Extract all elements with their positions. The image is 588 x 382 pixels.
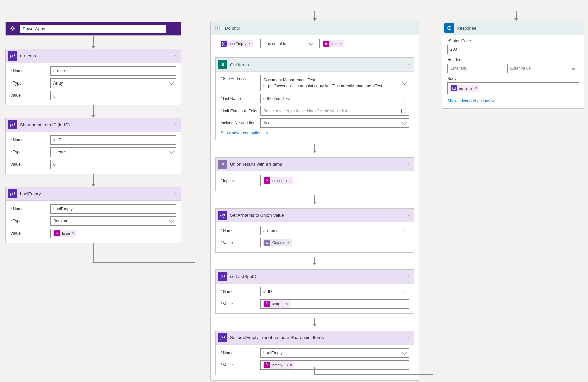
action-menu[interactable]: ··· bbox=[169, 122, 178, 128]
action-menu[interactable]: ··· bbox=[402, 273, 411, 280]
arrow-icon bbox=[91, 36, 96, 49]
value-input[interactable]: fx false × bbox=[50, 229, 176, 238]
show-advanced-link[interactable]: Show advanced options bbox=[221, 130, 267, 135]
outputs-icon bbox=[264, 240, 270, 246]
action-get-items[interactable]: S Get items ··· *Site Address Document M… bbox=[215, 57, 414, 140]
type-select[interactable]: Integer bbox=[50, 147, 176, 157]
field-label: *Value bbox=[221, 240, 260, 245]
expression-pill[interactable]: fx last(...) × bbox=[263, 300, 290, 308]
field-label: *Value bbox=[221, 302, 260, 306]
type-select[interactable]: Array bbox=[50, 78, 176, 88]
field-label: *Type bbox=[10, 150, 50, 154]
remove-icon[interactable]: × bbox=[475, 86, 477, 90]
field-label: *Type bbox=[10, 219, 50, 223]
arrow-icon bbox=[312, 195, 317, 204]
chevron-down-icon bbox=[265, 130, 268, 134]
name-select[interactable]: boolEmpty bbox=[260, 348, 409, 358]
limit-folder-input[interactable]: Select a folder, or leave blank for the … bbox=[260, 106, 409, 116]
field-label: *Name bbox=[10, 69, 50, 73]
expression-pill[interactable]: fx union(...) × bbox=[263, 177, 293, 184]
site-address-select[interactable]: Document Management Test - https://accen… bbox=[260, 75, 409, 91]
fx-icon: fx bbox=[264, 362, 270, 368]
field-label: *Site Address bbox=[221, 75, 260, 81]
name-input[interactable]: boolEmpty bbox=[50, 204, 176, 214]
body-input[interactable]: {x} arrItems × bbox=[447, 82, 579, 94]
powerapps-icon bbox=[8, 24, 17, 33]
remove-icon[interactable]: × bbox=[287, 241, 290, 245]
value-input[interactable]: [] bbox=[50, 91, 176, 100]
name-select[interactable]: intID bbox=[260, 287, 409, 296]
arrow-icon bbox=[312, 11, 317, 21]
name-input[interactable]: intID bbox=[50, 135, 176, 145]
header-value-input[interactable]: Enter value bbox=[508, 64, 568, 73]
remove-icon[interactable]: × bbox=[286, 302, 288, 306]
field-label: Limit Entries to Folder bbox=[221, 109, 260, 113]
connector-line bbox=[314, 367, 315, 374]
action-arritems[interactable]: {x} arrItems ··· *Name arrItems *Type Ar… bbox=[5, 49, 181, 105]
field-label: *Name bbox=[10, 138, 50, 142]
fx-icon: fx bbox=[264, 177, 270, 184]
field-label: Value bbox=[10, 231, 50, 236]
action-boolempty[interactable]: {x} boolEmpty ··· *Name boolEmpty *Type … bbox=[5, 187, 181, 243]
action-set-arritems[interactable]: {x} Set ArrItems to Union Value ··· *Nam… bbox=[215, 208, 414, 253]
variable-icon: {x} bbox=[8, 51, 17, 61]
action-powerapps[interactable]: PowerApps ··· bbox=[5, 22, 181, 36]
action-title: Union results with arrItems bbox=[230, 162, 399, 167]
show-advanced-link[interactable]: Show advanced options bbox=[447, 99, 494, 103]
action-menu[interactable]: ··· bbox=[169, 53, 178, 59]
fx-icon: fx bbox=[323, 41, 329, 47]
action-menu[interactable]: ··· bbox=[402, 62, 411, 68]
variable-pill[interactable]: {x} arrItems × bbox=[450, 85, 479, 92]
remove-icon[interactable]: × bbox=[290, 363, 292, 367]
value-input[interactable]: Outputs × bbox=[260, 238, 409, 247]
powerapps-title: PowerApps bbox=[20, 25, 166, 33]
list-name-select[interactable]: 5000 Item Test bbox=[260, 94, 409, 103]
action-intid[interactable]: {x} Sharepoint Item ID (intID) ··· *Name… bbox=[5, 118, 181, 174]
folder-icon[interactable] bbox=[401, 109, 406, 113]
remove-icon[interactable]: × bbox=[340, 42, 342, 46]
value-input[interactable]: fx empty(...) × bbox=[260, 360, 409, 370]
edit-json-button[interactable] bbox=[569, 64, 579, 73]
condition-operator[interactable]: is equal to bbox=[265, 39, 315, 48]
action-menu[interactable]: ··· bbox=[572, 25, 581, 31]
connector-line bbox=[433, 11, 516, 11]
action-menu[interactable]: ··· bbox=[402, 212, 411, 218]
status-code-input[interactable]: 200 bbox=[447, 45, 579, 54]
field-label: Headers bbox=[447, 57, 579, 62]
loop-icon bbox=[213, 23, 222, 33]
value-input[interactable]: 0 bbox=[50, 160, 176, 169]
action-do-until[interactable]: Do until ··· {x} boolEmpty × is equal to… bbox=[210, 21, 419, 381]
field-label: *Status Code bbox=[447, 39, 579, 43]
expression-pill[interactable]: fx empty(...) × bbox=[263, 361, 294, 369]
name-input[interactable]: arrItems bbox=[50, 66, 176, 76]
name-select[interactable]: arrItems bbox=[260, 226, 409, 235]
header-key-input[interactable]: Enter key bbox=[447, 64, 508, 73]
powerapps-menu[interactable]: ··· bbox=[169, 26, 178, 32]
action-response[interactable]: Response ··· *Status Code 200 Headers En… bbox=[442, 21, 584, 109]
remove-icon[interactable]: × bbox=[72, 231, 74, 235]
remove-icon[interactable]: × bbox=[248, 42, 251, 46]
connector-line bbox=[93, 243, 94, 262]
condition-left[interactable]: {x} boolEmpty × bbox=[217, 39, 261, 48]
variable-pill[interactable]: {x} boolEmpty × bbox=[220, 40, 253, 47]
inputs-field[interactable]: fx union(...) × bbox=[260, 175, 409, 186]
action-menu[interactable]: ··· bbox=[407, 25, 416, 31]
action-title: Sharepoint Item ID (intID) bbox=[20, 122, 166, 127]
action-menu[interactable]: ··· bbox=[169, 191, 178, 197]
value-input[interactable]: fx last(...) × bbox=[260, 299, 409, 309]
remove-icon[interactable]: × bbox=[289, 178, 291, 183]
arrow-icon bbox=[312, 257, 317, 265]
condition-right[interactable]: fx true × bbox=[319, 39, 370, 48]
outputs-pill[interactable]: Outputs × bbox=[263, 239, 292, 246]
field-label: Include Nested Items bbox=[221, 121, 260, 125]
expression-pill[interactable]: fx true × bbox=[323, 40, 344, 47]
type-select[interactable]: Boolean bbox=[50, 216, 176, 226]
action-menu[interactable]: ··· bbox=[402, 335, 411, 341]
expression-pill[interactable]: fx false × bbox=[53, 230, 76, 237]
action-set-last-spoid[interactable]: {x} setLastSpoID ··· *Name intID *Value … bbox=[215, 269, 414, 314]
action-title: Response bbox=[457, 26, 569, 31]
nested-items-select[interactable]: No bbox=[260, 118, 409, 128]
action-menu[interactable]: ··· bbox=[402, 161, 411, 167]
action-title: arrItems bbox=[20, 53, 166, 58]
action-union-results[interactable]: Union results with arrItems ··· *Inputs … bbox=[215, 157, 414, 191]
